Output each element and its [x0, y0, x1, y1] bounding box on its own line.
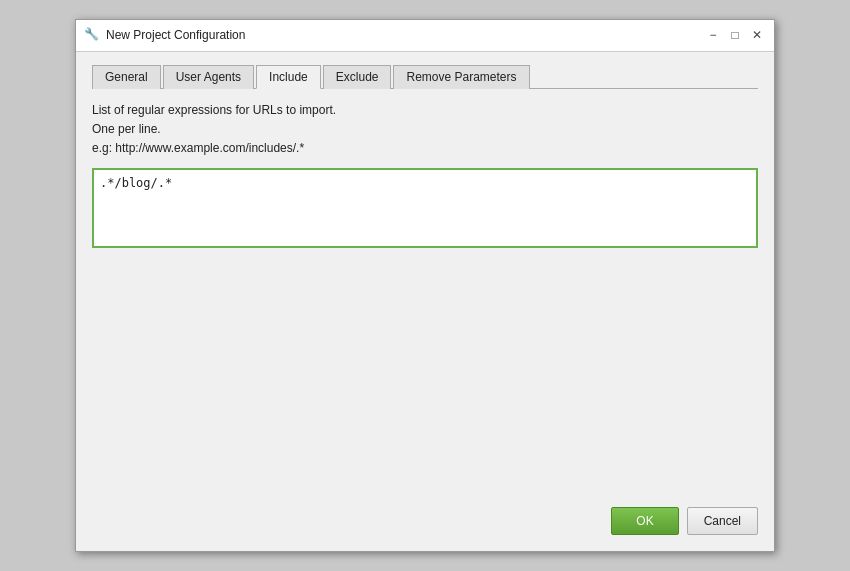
- description-text: List of regular expressions for URLs to …: [92, 101, 758, 159]
- app-icon: 🔧: [84, 27, 100, 43]
- title-bar-left: 🔧 New Project Configuration: [84, 27, 245, 43]
- description-line2: One per line.: [92, 120, 758, 139]
- dialog-footer: OK Cancel: [76, 507, 774, 551]
- maximize-button[interactable]: □: [726, 26, 744, 44]
- tab-include[interactable]: Include: [256, 65, 321, 89]
- title-bar-controls: − □ ✕: [704, 26, 766, 44]
- tab-remove-parameters[interactable]: Remove Parameters: [393, 65, 529, 89]
- dialog-content: General User Agents Include Exclude Remo…: [76, 52, 774, 268]
- tab-bar: General User Agents Include Exclude Remo…: [92, 64, 758, 89]
- minimize-button[interactable]: −: [704, 26, 722, 44]
- cancel-button[interactable]: Cancel: [687, 507, 758, 535]
- url-patterns-textarea[interactable]: .*/blog/.*: [92, 168, 758, 248]
- close-button[interactable]: ✕: [748, 26, 766, 44]
- description-line1: List of regular expressions for URLs to …: [92, 101, 758, 120]
- tab-user-agents[interactable]: User Agents: [163, 65, 254, 89]
- tab-general[interactable]: General: [92, 65, 161, 89]
- tab-exclude[interactable]: Exclude: [323, 65, 392, 89]
- ok-button[interactable]: OK: [611, 507, 678, 535]
- window-title: New Project Configuration: [106, 28, 245, 42]
- title-bar: 🔧 New Project Configuration − □ ✕: [76, 20, 774, 52]
- spacer: [76, 267, 774, 507]
- main-window: 🔧 New Project Configuration − □ ✕ Genera…: [75, 19, 775, 553]
- description-line3: e.g: http://www.example.com/includes/.*: [92, 139, 758, 158]
